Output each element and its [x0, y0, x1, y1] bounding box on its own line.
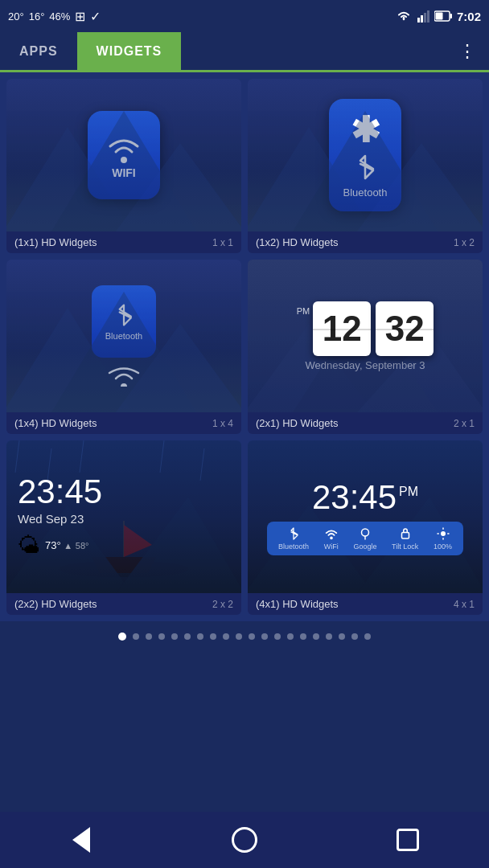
page-dot-0[interactable] [118, 633, 126, 641]
nav-bar [0, 812, 489, 868]
toolbar-clock-content: 23:45 PM Bluetooth WiFi [248, 470, 483, 563]
page-dot-14[interactable] [300, 633, 306, 640]
clock-2x2-size: 2 x 2 [212, 599, 233, 610]
check-icon: ✓ [90, 9, 101, 24]
digital-date: Wed Sep 23 [18, 512, 84, 526]
digital-clock-content: 23:45 Wed Sep 23 🌤 73° ▲ 58° [6, 464, 241, 570]
wifi-widget-label: (1x1) HD Widgets [14, 236, 97, 248]
page-dot-18[interactable] [351, 633, 358, 640]
widget-bluetooth-1x2[interactable]: ✱ Bluetooth (1x2) HD Widgets 1 x 2 [248, 79, 483, 253]
wifi-widget-size: 1 x 1 [212, 237, 233, 248]
bt-1x4-label: (1x4) HD Widgets [14, 417, 97, 429]
wifi-status-icon [396, 10, 412, 23]
bt-1x4-preview: Bluetooth [6, 260, 241, 412]
flip-hour: 12 [313, 301, 371, 356]
nav-recent-button[interactable] [388, 820, 428, 860]
page-dot-5[interactable] [184, 633, 191, 640]
recent-icon [397, 829, 419, 851]
svg-rect-0 [417, 18, 420, 23]
qb-tiltlock: Tilt Lock [392, 526, 418, 551]
page-dot-7[interactable] [210, 633, 216, 640]
status-left: 20° 16° 46% ⊞ ✓ [8, 9, 101, 24]
clock-4x1-label-row: (4x1) HD Widgets 4 x 1 [248, 593, 483, 615]
svg-rect-3 [427, 10, 429, 23]
page-dot-9[interactable] [236, 633, 242, 640]
bt-1x4-label-row: (1x4) HD Widgets 1 x 4 [6, 412, 241, 434]
svg-point-36 [330, 537, 333, 540]
widget-label-row: (1x1) HD Widgets 1 x 1 [6, 231, 241, 253]
page-dot-12[interactable] [274, 633, 281, 640]
toolbar-clock-preview: 23:45 PM Bluetooth WiFi [248, 440, 483, 593]
digital-clock-preview: 23:45 Wed Sep 23 🌤 73° ▲ 58° [6, 440, 241, 593]
bt-1x4-size: 1 x 4 [212, 418, 233, 429]
page-dot-16[interactable] [326, 633, 332, 640]
overflow-menu-button[interactable]: ⋮ [447, 32, 489, 70]
wifi-widget-preview: WIFI [6, 79, 241, 231]
svg-rect-2 [424, 13, 426, 23]
qb-tiltlock-label: Tilt Lock [392, 542, 418, 551]
temp-high: 20° [8, 10, 24, 23]
clock-4x1-label: (4x1) HD Widgets [256, 598, 339, 610]
page-dot-13[interactable] [287, 633, 294, 640]
clock-2x2-label-row: (2x2) HD Widgets 2 x 2 [6, 593, 241, 615]
widget-bluetooth-1x4[interactable]: Bluetooth (1x4) HD Widgets 1 x 4 [6, 260, 241, 434]
widget-clock-2x2[interactable]: 23:45 Wed Sep 23 🌤 73° ▲ 58° (2x2) HD Wi… [6, 440, 241, 615]
qb-google: Google [353, 526, 376, 551]
page-dots [0, 621, 489, 649]
weather-icon: 🌤 [18, 532, 40, 559]
page-dot-1[interactable] [133, 633, 139, 640]
clock-display: 7:02 [457, 10, 481, 23]
svg-point-40 [441, 531, 446, 536]
page-dot-15[interactable] [313, 633, 319, 640]
page-dot-6[interactable] [197, 633, 203, 640]
status-bar: 20° 16° 46% ⊞ ✓ 7:02 [0, 0, 489, 32]
page-dot-3[interactable] [158, 633, 165, 640]
tab-widgets[interactable]: WIDGETS [77, 32, 182, 70]
svg-rect-39 [401, 533, 409, 539]
qb-bluetooth: Bluetooth [278, 526, 309, 551]
back-icon [72, 827, 90, 853]
qb-brightness: 100% [434, 526, 452, 551]
page-dot-10[interactable] [249, 633, 255, 640]
svg-rect-1 [421, 15, 423, 23]
tab-apps[interactable]: APPS [0, 32, 77, 70]
qb-google-label: Google [353, 542, 376, 551]
toolbar-time: 23:45 PM [312, 478, 418, 517]
nav-home-button[interactable] [224, 820, 265, 860]
signal-icon [417, 10, 429, 23]
svg-point-37 [361, 529, 368, 536]
quick-buttons-row: Bluetooth WiFi [267, 522, 464, 555]
bluetooth-widget-size: 1 x 2 [454, 237, 475, 248]
widget-wifi-1x1[interactable]: WIFI (1x1) HD Widgets 1 x 1 [6, 79, 241, 253]
svg-rect-6 [435, 13, 442, 20]
page-dot-17[interactable] [339, 633, 345, 640]
bluetooth-widget-label: (1x2) HD Widgets [256, 236, 339, 248]
clock-2x1-size: 2 x 1 [454, 418, 475, 429]
page-dot-19[interactable] [364, 633, 371, 640]
clock-2x1-label: (2x1) HD Widgets [256, 417, 339, 429]
page-dot-11[interactable] [261, 633, 268, 640]
status-right: 7:02 [396, 10, 481, 23]
clock-4x1-size: 4 x 1 [454, 599, 475, 610]
qb-wifi: WiFi [324, 526, 339, 551]
bluetooth-label-row: (1x2) HD Widgets 1 x 2 [248, 231, 483, 253]
bluetooth-widget-preview: ✱ Bluetooth [248, 79, 483, 231]
temp-low: 16° [29, 10, 45, 23]
nav-back-button[interactable] [61, 820, 101, 860]
clock-2x2-label: (2x2) HD Widgets [14, 598, 97, 610]
page-dot-2[interactable] [146, 633, 152, 640]
page-dot-8[interactable] [223, 633, 229, 640]
widget-clock-2x1[interactable]: PM 12 32 Wednesday, September 3 (2x1) HD… [248, 260, 483, 434]
widget-grid: WIFI (1x1) HD Widgets 1 x 1 ✱ Bluetooth [0, 72, 489, 621]
qb-brightness-label: 100% [434, 542, 452, 551]
home-icon [232, 827, 257, 853]
flip-minute: 32 [376, 301, 434, 356]
page-dot-4[interactable] [171, 633, 178, 640]
clock-2x1-label-row: (2x1) HD Widgets 2 x 1 [248, 412, 483, 434]
battery-icon [434, 10, 452, 22]
svg-rect-5 [450, 14, 452, 18]
tab-bar: APPS WIDGETS ⋮ [0, 32, 489, 72]
digital-time: 23:45 [18, 475, 102, 509]
widget-clock-4x1[interactable]: 23:45 PM Bluetooth WiFi [248, 440, 483, 615]
task-icon: ⊞ [75, 9, 85, 24]
